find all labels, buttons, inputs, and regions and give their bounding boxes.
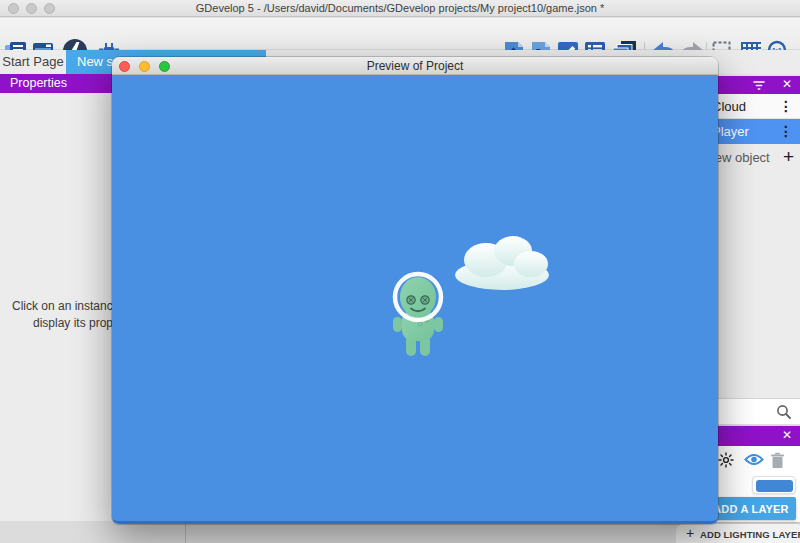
layer-inline-button-fill (756, 480, 793, 492)
trash-icon[interactable] (770, 452, 785, 473)
object-menu-icon[interactable]: ⋮ (779, 94, 793, 119)
close-icon[interactable]: ✕ (782, 77, 792, 91)
add-layer-button[interactable]: ADD A LAYER (706, 497, 796, 520)
lighting-icon[interactable] (718, 452, 734, 472)
tab-start-page[interactable]: Start Page (0, 50, 66, 74)
visibility-eye-icon[interactable] (744, 452, 764, 471)
game-canvas[interactable] (112, 75, 718, 524)
main-toolbar: 1:1 (0, 18, 800, 50)
cloud-sprite (452, 233, 556, 295)
macos-titlebar: GDevelop 5 - /Users/david/Documents/GDev… (0, 0, 800, 17)
object-menu-icon[interactable]: ⋮ (779, 119, 793, 144)
window-title: GDevelop 5 - /Users/david/Documents/GDev… (0, 2, 800, 14)
gdevelop-window: GDevelop 5 - /Users/david/Documents/GDev… (0, 0, 800, 543)
add-lighting-layer-label: ADD LIGHTING LAYER (700, 529, 800, 540)
close-icon[interactable]: ✕ (782, 428, 792, 442)
preview-title: Preview of Project (112, 59, 718, 73)
search-icon (776, 404, 792, 424)
add-lighting-layer-button[interactable]: + ADD LIGHTING LAYER (676, 524, 800, 543)
panel-divider (185, 524, 186, 543)
player-sprite (390, 270, 448, 370)
properties-empty-message: display its prop (33, 316, 113, 330)
preview-window: Preview of Project (112, 57, 718, 524)
add-icon: + (686, 525, 694, 541)
add-icon: + (783, 144, 794, 169)
preview-titlebar: Preview of Project (112, 57, 718, 75)
layer-inline-button[interactable] (752, 476, 796, 494)
